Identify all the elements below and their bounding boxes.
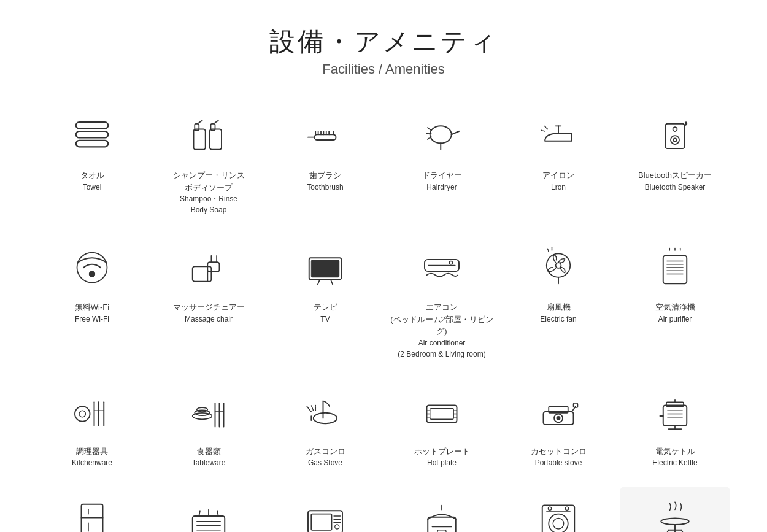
- gasstove-icon: [295, 384, 356, 439]
- svg-line-43: [331, 279, 333, 285]
- toothbrush-label-en: Toothbrush: [307, 182, 343, 193]
- iron-icon: [528, 108, 589, 163]
- svg-point-61: [75, 406, 90, 422]
- ricecooker-icon: [411, 493, 472, 532]
- tv-icon: [295, 240, 356, 295]
- shampoo-label-en: Shampoo・RinseBody Soap: [180, 193, 237, 215]
- svg-point-34: [77, 253, 107, 283]
- amenity-item-aircon: エアコン(ベッドルーム2部屋・リビング)Air conditioner(2 Be…: [387, 234, 497, 366]
- svg-point-18: [430, 126, 452, 143]
- svg-rect-115: [311, 514, 331, 530]
- airpurifier-icon: [644, 240, 706, 295]
- svg-rect-1: [76, 131, 109, 138]
- gasstove-label-jp: ガスコンロ: [306, 445, 345, 458]
- tableware-label-en: Tableware: [192, 457, 226, 468]
- portstove-label-jp: カセットコンロ: [531, 445, 587, 458]
- svg-point-29: [671, 136, 679, 144]
- amenity-item-hotplate: ホットプレートHot plate: [387, 378, 497, 475]
- amenity-item-washingmachine: 洗濯機（乾燥無し）Washing Machine(No Dryer): [503, 487, 614, 532]
- toothbrush-label-jp: 歯ブラシ: [309, 169, 341, 182]
- amenity-item-tv: テレビTV: [270, 234, 380, 366]
- amenity-item-microwave: 電子レンジMicrowave: [270, 487, 380, 532]
- svg-line-42: [318, 279, 320, 285]
- portstove-icon: [528, 384, 589, 439]
- bluetooth-label-jp: Bluetoothスピーカー: [638, 169, 712, 182]
- wifi-label-jp: 無料Wi-Fi: [75, 301, 109, 314]
- massage-label-jp: マッサージチェアー: [173, 301, 245, 314]
- toaster-icon: [178, 493, 239, 532]
- svg-line-111: [199, 511, 200, 516]
- amenity-item-wifi: 無料Wi-FiFree Wi-Fi: [37, 234, 147, 366]
- aircon-icon: [411, 240, 472, 295]
- amenities-grid: タオルTowel シャンプー・リンスボディソープShampoo・RinseBod…: [37, 102, 730, 532]
- svg-point-129: [565, 507, 568, 510]
- towel-label-en: Towel: [83, 182, 102, 193]
- wifi-icon: [61, 240, 123, 295]
- iron-label-en: Lron: [551, 182, 566, 193]
- wifi-label-en: Free Wi-Fi: [75, 314, 109, 325]
- svg-rect-41: [311, 260, 339, 277]
- svg-rect-35: [193, 266, 212, 282]
- svg-rect-2: [76, 141, 109, 147]
- towel-icon: [61, 108, 123, 163]
- kettle-label-en: Electric Kettle: [652, 457, 697, 468]
- hotplate-icon: [411, 384, 472, 439]
- svg-text:♪: ♪: [685, 120, 687, 126]
- amenity-item-bbq: BBQ（メールにて予約）---BBQ(Reservation requiredb…: [620, 487, 730, 532]
- amenity-item-towel: タオルTowel: [37, 102, 147, 222]
- svg-line-77: [307, 406, 311, 412]
- amenity-item-tableware: 食器類Tableware: [153, 378, 264, 475]
- shampoo-icon: [178, 108, 239, 163]
- aircon-label-jp: エアコン(ベッドルーム2部屋・リビング): [390, 301, 493, 337]
- svg-line-21: [427, 127, 431, 130]
- svg-point-30: [673, 138, 676, 141]
- svg-point-119: [335, 525, 339, 529]
- amenity-item-kettle: 電気ケトルElectric Kettle: [620, 378, 730, 475]
- svg-point-130: [661, 519, 689, 525]
- gasstove-label-en: Gas Stove: [308, 457, 342, 468]
- washingmachine-icon: [528, 493, 589, 532]
- svg-point-74: [314, 412, 337, 423]
- tv-label-jp: テレビ: [314, 301, 337, 314]
- hairdryer-label-en: Hairdryer: [426, 182, 457, 193]
- header: 設備・アメニティ Facilities / Amenities: [37, 25, 730, 77]
- title-en: Facilities / Amenities: [37, 61, 730, 77]
- fan-icon: [528, 240, 589, 295]
- bluetooth-icon: ♪: [644, 108, 706, 163]
- svg-line-5: [199, 121, 202, 123]
- svg-rect-6: [210, 129, 222, 150]
- svg-rect-0: [76, 122, 109, 129]
- svg-point-128: [548, 507, 551, 510]
- towel-label-jp: タオル: [80, 169, 104, 182]
- svg-point-33: [90, 271, 95, 277]
- svg-line-51: [548, 249, 549, 252]
- amenity-item-hairdryer: ドライヤーHairdryer: [387, 102, 497, 222]
- amenity-item-fridge: 冷蔵庫Refrigerator: [37, 487, 147, 532]
- svg-point-62: [79, 411, 86, 417]
- hotplate-label-jp: ホットプレート: [414, 445, 470, 458]
- airpurifier-label-jp: 空気清浄機: [655, 301, 695, 314]
- microwave-icon: [295, 493, 356, 532]
- amenity-item-kitchenware: 調理器具Kitchenware: [37, 378, 147, 475]
- shampoo-label-jp: シャンプー・リンスボディソープ: [173, 169, 245, 193]
- amenity-item-ricecooker: 炊飯器Eice cooker: [387, 487, 497, 532]
- aircon-label-en: Air conditioner(2 Bedroom & Living room): [398, 337, 485, 360]
- svg-line-26: [544, 126, 547, 129]
- svg-point-48: [556, 263, 561, 268]
- fan-label-en: Electric fan: [540, 314, 576, 325]
- massage-icon: [178, 240, 239, 295]
- amenity-item-bluetooth: ♪ BluetoothスピーカーBluetooth Speaker: [620, 102, 730, 222]
- amenity-item-airpurifier: 空気清浄機Air purifier: [620, 234, 730, 366]
- amenity-item-portstove: カセットコンロPortable stove: [503, 378, 614, 475]
- svg-rect-52: [663, 256, 687, 284]
- hairdryer-label-jp: ドライヤー: [422, 169, 462, 182]
- kettle-icon: [644, 384, 706, 439]
- kitchenware-icon: [61, 384, 123, 439]
- amenity-item-toaster: トースターToster: [153, 487, 264, 532]
- kitchenware-label-jp: 調理器具: [76, 445, 108, 458]
- tableware-icon: [178, 384, 239, 439]
- kitchenware-label-en: Kitchenware: [72, 457, 112, 468]
- svg-rect-81: [430, 408, 454, 419]
- svg-rect-9: [315, 134, 336, 140]
- portstove-label-en: Portable stove: [535, 457, 582, 468]
